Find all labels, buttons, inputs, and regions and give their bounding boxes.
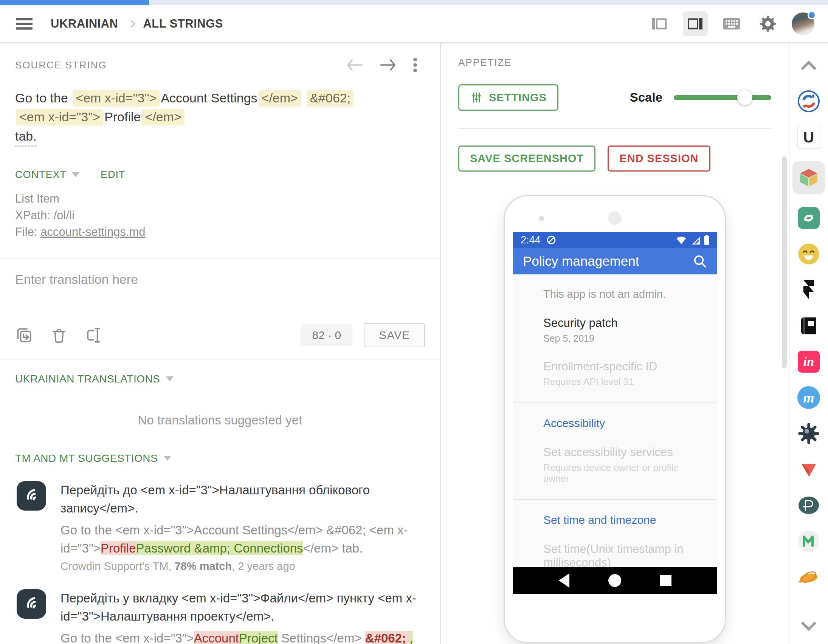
- keyboard-shortcuts-icon[interactable]: [719, 11, 744, 36]
- wake-icon[interactable]: [797, 458, 820, 481]
- scale-slider-thumb[interactable]: [737, 90, 753, 105]
- app-refresh-icon[interactable]: [797, 206, 820, 230]
- translation-progress-bar: [0, 0, 828, 5]
- suggestion-target-text: Перейдіть у вкладку <em x-id="3">Файли</…: [61, 589, 423, 625]
- zeplin-icon[interactable]: [797, 566, 820, 589]
- context-file: File: account-settings.md: [15, 224, 425, 240]
- character-counter: 82 · 0: [301, 324, 352, 346]
- device-emulator: 2:44 Policy management: [503, 195, 726, 643]
- translation-input[interactable]: Enter translation here: [0, 259, 440, 287]
- section-accessibility: Accessibility: [543, 417, 696, 430]
- tm-collapse-icon[interactable]: [164, 456, 171, 461]
- divider: [513, 499, 717, 500]
- settings-gear-icon[interactable]: [756, 11, 780, 36]
- translate-sync-icon[interactable]: [797, 89, 820, 113]
- collapse-up-icon[interactable]: [797, 54, 820, 77]
- android-status-bar: 2:44: [513, 232, 717, 248]
- app-content: This app is not an admin. Security patch…: [513, 274, 717, 594]
- translations-section-header[interactable]: UKRAINIAN TRANSLATIONS: [15, 373, 160, 385]
- emulator-screen[interactable]: 2:44 Policy management: [513, 232, 717, 594]
- usersnap-icon[interactable]: U: [797, 125, 820, 149]
- admin-notice: This app is not an admin.: [543, 288, 696, 301]
- speaker-circle: [608, 211, 621, 225]
- list-item-accessibility-services: Set accessibility services Requires devi…: [543, 446, 696, 484]
- tm-suggestion-2[interactable]: Перейдіть у вкладку <em x-id="3">Файли</…: [0, 573, 440, 644]
- suggestion-target-text: Перейдіть до <em x-id="3">Налаштування о…: [61, 481, 423, 517]
- top-bar-actions: [646, 11, 814, 36]
- save-translation-button[interactable]: SAVE: [364, 323, 425, 347]
- progress-fill: [0, 0, 149, 5]
- prott-icon[interactable]: [797, 494, 820, 517]
- crowdin-editor-app: UKRAINIAN ALL STRINGS: [0, 0, 828, 644]
- crowdin-tm-icon: [17, 481, 46, 511]
- medium-icon[interactable]: [797, 530, 820, 553]
- suggestion-source-text: Go to the <em x-id="3">Account Settings<…: [61, 521, 423, 558]
- menu-icon[interactable]: [16, 17, 33, 30]
- framer-icon[interactable]: [797, 278, 820, 302]
- scale-label: Scale: [630, 90, 662, 105]
- select-text-icon[interactable]: [85, 326, 103, 344]
- user-avatar[interactable]: [792, 13, 814, 35]
- wifi-icon: [676, 235, 687, 245]
- save-screenshot-button[interactable]: SAVE SCREENSHOT: [458, 146, 596, 172]
- breadcrumb-section[interactable]: ALL STRINGS: [143, 17, 223, 31]
- search-icon[interactable]: [692, 254, 707, 269]
- translation-placeholder: Enter translation here: [15, 272, 425, 287]
- context-toggle[interactable]: CONTEXT: [15, 169, 67, 181]
- source-string-text: Go to the <em x-id="3">Account Settings<…: [0, 88, 440, 146]
- invision-icon[interactable]: in: [797, 350, 820, 373]
- cell-signal-icon: [690, 235, 701, 245]
- panel-scrollbar[interactable]: [782, 157, 787, 368]
- no-translations-message: No translations suggested yet: [0, 413, 440, 428]
- tm-suggestion-1[interactable]: Перейдіть до <em x-id="3">Налаштування о…: [0, 464, 440, 573]
- battery-icon: [704, 235, 710, 245]
- side-panel-left-icon[interactable]: [646, 11, 671, 36]
- context-file-link[interactable]: account-settings.md: [41, 225, 145, 238]
- appetize-panel: APPETIZE SETTINGS Scale: [441, 43, 789, 644]
- collapse-down-icon[interactable]: [797, 614, 820, 638]
- divider: [513, 403, 717, 403]
- translations-collapse-icon[interactable]: [166, 376, 174, 381]
- suggestion-meta: Crowdin Support's TM, 78% match, 2 years…: [61, 560, 423, 573]
- crowdin-tm-icon: [17, 589, 46, 619]
- suggestion-source-text: Go to the <em x-id="3">AccountProject Se…: [61, 629, 423, 644]
- back-button-icon[interactable]: [559, 573, 569, 588]
- context-edit-link[interactable]: EDIT: [100, 169, 125, 181]
- sliders-icon: [470, 91, 483, 104]
- side-panel-right-icon[interactable]: [683, 11, 708, 36]
- status-time: 2:44: [521, 234, 541, 246]
- appetize-cube-icon[interactable]: [792, 161, 825, 194]
- section-time-timezone: Set time and timezone: [543, 514, 696, 526]
- editor-panel: SOURCE STRING Go to the <em x-id="3">Acc…: [0, 43, 441, 644]
- mine-icon[interactable]: [797, 422, 820, 445]
- gitbook-icon[interactable]: [797, 314, 820, 337]
- more-options-icon[interactable]: [413, 58, 417, 72]
- camera-dot: [539, 216, 544, 221]
- scale-slider[interactable]: [674, 90, 771, 105]
- copy-source-icon[interactable]: [15, 326, 33, 344]
- tm-section-header[interactable]: TM AND MT SUGGESTIONS: [15, 452, 158, 464]
- chevron-right-icon: [128, 19, 138, 29]
- home-button-icon[interactable]: [608, 574, 621, 587]
- marvel-icon[interactable]: m: [797, 386, 820, 409]
- context-collapse-icon[interactable]: [72, 172, 79, 177]
- android-nav-bar: [513, 567, 717, 594]
- breadcrumb-project[interactable]: UKRAINIAN: [51, 17, 118, 31]
- online-status-dot: [808, 11, 816, 19]
- appetize-title: APPETIZE: [458, 57, 512, 68]
- scale-slider-track[interactable]: [674, 95, 771, 100]
- android-app-bar: Policy management: [513, 248, 717, 274]
- delete-translation-icon[interactable]: [50, 326, 68, 344]
- context-type: List Item: [15, 191, 425, 207]
- recents-button-icon[interactable]: [660, 575, 671, 586]
- android-q-icon: [546, 235, 557, 245]
- divider: [458, 128, 771, 129]
- end-session-button[interactable]: END SESSION: [608, 146, 710, 172]
- source-string-label: SOURCE STRING: [15, 60, 107, 71]
- list-item-enrollment-id: Enrollment-specific ID Requires API leve…: [543, 360, 696, 387]
- smiley-icon[interactable]: [797, 242, 820, 266]
- list-item-security-patch[interactable]: Security patch Sep 5, 2019: [543, 317, 696, 344]
- appetize-settings-button[interactable]: SETTINGS: [458, 84, 558, 111]
- next-string-icon[interactable]: [380, 59, 396, 71]
- previous-string-icon[interactable]: [346, 59, 363, 71]
